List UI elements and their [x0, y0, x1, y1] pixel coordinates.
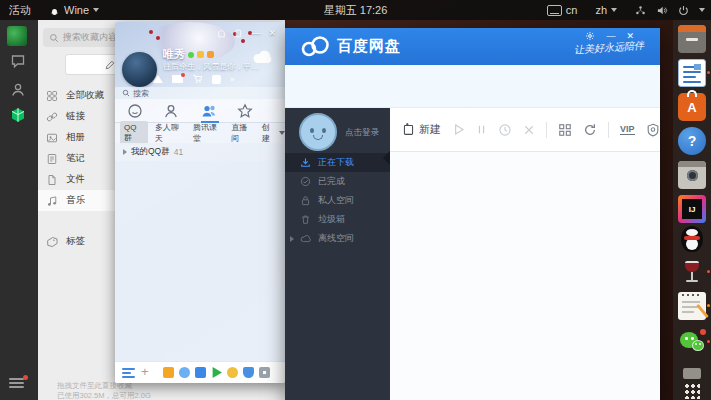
friend-icon[interactable]: [179, 367, 190, 378]
contacts-icon[interactable]: [10, 82, 26, 98]
intellij-idea-icon[interactable]: IJ: [678, 195, 706, 223]
subtab-multichat[interactable]: 多人聊天: [155, 122, 186, 144]
baidu-content-area: 新建 VIP: [390, 108, 660, 400]
app-manager-grid-icon[interactable]: [259, 367, 270, 378]
qq-group-list-area[interactable]: [115, 161, 285, 361]
mail-icon[interactable]: [172, 75, 183, 83]
qq-bottom-toolbar: +: [115, 361, 285, 383]
tab-groups-icon[interactable]: [201, 103, 217, 119]
avatar[interactable]: [122, 52, 157, 87]
libreoffice-writer-icon[interactable]: [678, 59, 706, 87]
minimize-button[interactable]: —: [606, 31, 615, 41]
music-icon: [46, 195, 58, 207]
phone-icon[interactable]: [234, 29, 243, 38]
menu-icon[interactable]: [9, 378, 24, 388]
pause-all-icon[interactable]: [476, 123, 487, 136]
tag-icon: [46, 236, 58, 248]
tab-messages-icon[interactable]: [127, 103, 143, 119]
album-app-icon[interactable]: [195, 367, 206, 378]
shield-reward-icon[interactable]: [646, 123, 660, 137]
note-icon: [46, 153, 58, 165]
expand-arrow-icon: [123, 149, 127, 155]
video-play-icon[interactable]: [211, 367, 222, 378]
baidu-netdisk-window: 百度网盘 让美好永远陪伴 — ✕ 登录百度帐号: [285, 28, 660, 400]
file-icon: [46, 174, 58, 186]
subtab-live[interactable]: 直播间: [231, 122, 254, 144]
start-all-icon[interactable]: [452, 123, 465, 136]
keyboard-layout-indicator[interactable]: cn: [538, 0, 587, 20]
storage-usage-text: 已使用302.5M，总可用2.0G: [57, 391, 151, 400]
more-chevrons-icon[interactable]: »: [230, 75, 234, 84]
cart-icon[interactable]: [192, 74, 203, 84]
volume-icon: [656, 5, 668, 16]
add-icon[interactable]: +: [141, 364, 149, 379]
grid-view-icon[interactable]: [558, 123, 572, 137]
minimize-button[interactable]: —: [251, 28, 260, 38]
show-applications-icon[interactable]: [684, 383, 700, 399]
avatar-placeholder[interactable]: [299, 113, 337, 151]
pencil-icon: [105, 60, 115, 70]
schedule-clock-icon[interactable]: [498, 123, 512, 137]
avatar[interactable]: [7, 26, 27, 46]
close-button[interactable]: ✕: [626, 31, 634, 41]
main-menu-icon[interactable]: [122, 368, 135, 378]
inactive-app-icon[interactable]: [683, 368, 701, 379]
search-icon: [49, 33, 59, 43]
wardrobe-icon[interactable]: [217, 29, 226, 38]
network-icon: [635, 5, 646, 16]
smile: [313, 135, 323, 140]
system-status-area[interactable]: [626, 0, 711, 20]
qzone-icon[interactable]: [163, 367, 174, 378]
cancel-all-icon[interactable]: [523, 124, 535, 136]
wine-app-icon[interactable]: [678, 258, 706, 286]
subtab-qq-groups[interactable]: QQ群: [120, 121, 148, 145]
sidebar-item-private-space[interactable]: 私人空间: [285, 191, 390, 210]
level-badge-icon: [207, 51, 214, 58]
running-indicator: [707, 270, 710, 273]
security-shield-icon[interactable]: [243, 367, 254, 378]
subtab-classroom[interactable]: 腾讯课堂: [193, 122, 224, 144]
sidebar-item-offline-space[interactable]: 离线空间: [285, 229, 390, 248]
sidebar-item-trash[interactable]: 垃圾箱: [285, 210, 390, 229]
settings-gear-icon[interactable]: [585, 31, 595, 41]
power-icon: [678, 5, 689, 16]
chats-icon[interactable]: [10, 53, 26, 69]
click-to-login-text[interactable]: 点击登录: [345, 127, 379, 139]
download-icon: [300, 157, 311, 168]
tab-contacts-icon[interactable]: [163, 103, 179, 119]
subtab-create[interactable]: 创建: [262, 122, 285, 144]
qq-app-icon[interactable]: [678, 225, 706, 253]
help-app-icon[interactable]: ?: [678, 127, 706, 155]
berry-decoration: [241, 39, 245, 43]
ubuntu-software-icon[interactable]: A: [678, 93, 706, 121]
files-app-icon[interactable]: [678, 25, 706, 53]
input-method-menu[interactable]: zh: [586, 0, 626, 20]
close-button[interactable]: ✕: [268, 28, 276, 38]
level-badge-icon: [197, 51, 204, 58]
wallet-icon[interactable]: [212, 75, 221, 84]
notes-app-icon[interactable]: [678, 292, 706, 320]
refresh-icon[interactable]: [583, 123, 597, 137]
clock[interactable]: 星期五 17:26: [324, 0, 388, 20]
my-groups-row[interactable]: 我的QQ群 41: [115, 143, 285, 161]
sidebar-item-completed[interactable]: 已完成: [285, 172, 390, 191]
ubuntu-dock: A ? IJ: [673, 20, 711, 400]
vip-triangle-icon[interactable]: [153, 75, 163, 83]
qq-search-input[interactable]: 搜索: [115, 87, 285, 99]
desktop: 搜索收藏内容 新建收藏 全部收藏 链接 相册 笔记: [0, 0, 711, 400]
divider: [608, 122, 609, 138]
sidebar-item-downloading[interactable]: 正在下载: [285, 153, 390, 172]
camera-app-icon[interactable]: [678, 161, 706, 189]
wallet-app-icon[interactable]: [227, 367, 238, 378]
favorites-cube-icon[interactable]: [10, 107, 26, 123]
baidu-sidebar: 点击登录 正在下载 已完成 私人空间 垃圾箱 离线空间: [285, 108, 390, 400]
app-menu-wine[interactable]: Wine: [40, 0, 108, 20]
eye: [310, 128, 314, 133]
vip-speedup-button[interactable]: VIP: [620, 124, 635, 135]
transfer-list-empty-area[interactable]: [390, 152, 660, 400]
tab-favorites-icon[interactable]: [237, 103, 253, 119]
new-task-button[interactable]: 新建: [402, 122, 441, 137]
transfer-toolbar: 新建 VIP: [390, 108, 660, 152]
wechat-app-icon[interactable]: [678, 328, 706, 356]
activities-button[interactable]: 活动: [0, 0, 40, 20]
